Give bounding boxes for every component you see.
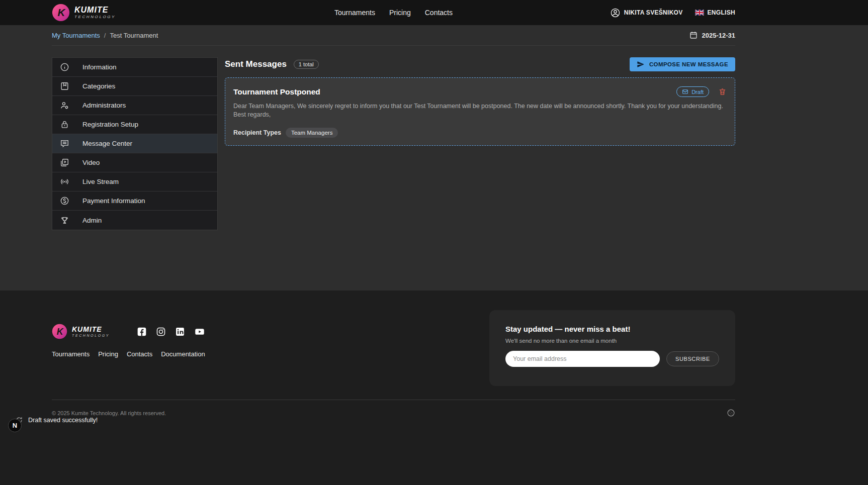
kumite-logo-icon: K bbox=[52, 4, 70, 22]
sidebar-item-label: Message Center bbox=[82, 140, 132, 147]
footer-divider bbox=[52, 400, 735, 400]
dev-indicator-badge[interactable]: N bbox=[8, 419, 22, 432]
nav-link-contacts[interactable]: Contacts bbox=[425, 9, 453, 17]
subscribe-button[interactable]: SUBSCRIBE bbox=[666, 351, 719, 366]
administrators-icon bbox=[59, 101, 69, 111]
brand-tagline: TECHNOLOGY bbox=[72, 334, 110, 337]
tournament-sidebar: Information Categories bbox=[52, 57, 218, 230]
toast-message: Draft saved successfully! bbox=[28, 417, 98, 424]
message-body: Dear Team Managers, We sincerely regret … bbox=[233, 102, 727, 119]
social-links bbox=[137, 327, 205, 337]
facebook-icon[interactable] bbox=[137, 327, 147, 337]
sidebar-item-label: Admin bbox=[82, 217, 102, 224]
sidebar-item-label: Live Stream bbox=[82, 178, 119, 185]
nav-link-pricing[interactable]: Pricing bbox=[389, 9, 411, 17]
youtube-icon[interactable] bbox=[194, 327, 205, 337]
footer-link-pricing[interactable]: Pricing bbox=[98, 350, 118, 358]
brand-tagline: TECHNOLOGY bbox=[74, 15, 116, 19]
sidebar-item-label: Video bbox=[82, 159, 100, 166]
instagram-icon[interactable] bbox=[156, 327, 166, 337]
page-footer: K KUMITE TECHNOLOGY bbox=[0, 290, 868, 485]
tournament-date: 2025-12-31 bbox=[702, 32, 736, 39]
sidebar-item-administrators[interactable]: Administrators bbox=[52, 96, 217, 115]
toast-notification: Draft saved successfully! bbox=[15, 416, 98, 424]
categories-icon bbox=[59, 81, 69, 91]
tournament-date-picker[interactable]: 2025-12-31 bbox=[689, 31, 736, 40]
user-avatar-icon bbox=[610, 8, 621, 18]
compose-new-message-button[interactable]: COMPOSE NEW MESSAGE bbox=[630, 57, 735, 71]
sidebar-item-label: Registration Setup bbox=[82, 121, 138, 128]
language-label: ENGLISH bbox=[708, 9, 735, 16]
sidebar-item-label: Categories bbox=[82, 82, 115, 90]
page-title: Sent Messages bbox=[225, 59, 287, 69]
breadcrumb-current: Test Tournament bbox=[110, 32, 158, 39]
sidebar-item-label: Information bbox=[82, 63, 117, 71]
linkedin-icon[interactable] bbox=[175, 327, 185, 337]
draft-message-card[interactable]: Tournament Postponed Draft bbox=[225, 77, 735, 146]
page: K KUMITE TECHNOLOGY Tournaments Pricing … bbox=[0, 0, 868, 485]
kumite-logo-icon: K bbox=[52, 324, 67, 339]
main-nav: Tournaments Pricing Contacts bbox=[334, 9, 453, 17]
breadcrumb-my-tournaments[interactable]: My Tournaments bbox=[52, 32, 100, 39]
video-icon bbox=[59, 158, 69, 168]
nav-link-tournaments[interactable]: Tournaments bbox=[334, 9, 375, 17]
sidebar-item-live-stream[interactable]: Live Stream bbox=[52, 172, 217, 191]
footer-link-contacts[interactable]: Contacts bbox=[127, 350, 152, 358]
total-count-badge: 1 total bbox=[294, 60, 319, 69]
sidebar-item-payment-information[interactable]: Payment Information bbox=[52, 191, 217, 211]
delete-message-button[interactable] bbox=[718, 87, 727, 96]
newsletter-subtitle: We'll send no more than one email a mont… bbox=[505, 338, 719, 344]
sidebar-item-categories[interactable]: Categories bbox=[52, 77, 217, 96]
message-title: Tournament Postponed bbox=[233, 87, 320, 96]
breadcrumb-separator: / bbox=[104, 32, 106, 39]
newsletter-email-input[interactable] bbox=[505, 351, 660, 367]
draft-status-badge: Draft bbox=[676, 86, 709, 97]
info-icon bbox=[59, 62, 69, 72]
footer-link-documentation[interactable]: Documentation bbox=[161, 350, 205, 358]
breadcrumb: My Tournaments / Test Tournament bbox=[52, 32, 158, 39]
footer-brand-logo[interactable]: K KUMITE TECHNOLOGY bbox=[52, 324, 119, 339]
recipient-chip-team-managers: Team Managers bbox=[286, 128, 338, 138]
user-name: NIKITA SVEŠNIKOV bbox=[624, 9, 683, 16]
trophy-icon bbox=[59, 215, 69, 225]
sidebar-item-label: Payment Information bbox=[82, 197, 145, 205]
send-icon bbox=[637, 60, 645, 68]
calendar-icon bbox=[689, 31, 698, 40]
footer-nav: Tournaments Pricing Contacts Documentati… bbox=[52, 350, 205, 358]
svg-text:K: K bbox=[57, 7, 66, 18]
compose-button-label: COMPOSE NEW MESSAGE bbox=[649, 61, 728, 67]
svg-text:K: K bbox=[57, 327, 64, 337]
message-center-panel: Sent Messages 1 total COMPOSE NEW MESSAG… bbox=[225, 57, 735, 290]
envelope-icon bbox=[682, 88, 688, 95]
lock-icon bbox=[59, 120, 69, 130]
copyright-text: © 2025 Kumite Technology. All rights res… bbox=[52, 410, 166, 416]
draft-badge-label: Draft bbox=[691, 89, 704, 95]
sidebar-item-message-center[interactable]: Message Center bbox=[52, 134, 217, 153]
main-content: Information Categories bbox=[52, 46, 735, 290]
payment-icon bbox=[59, 196, 69, 206]
recipient-types-label: Recipient Types bbox=[233, 129, 281, 136]
breadcrumb-bar: My Tournaments / Test Tournament 2025-12… bbox=[52, 25, 735, 46]
sidebar-item-information[interactable]: Information bbox=[52, 58, 217, 77]
cookie-settings-icon[interactable] bbox=[727, 409, 735, 417]
brand-name: KUMITE bbox=[74, 6, 116, 14]
message-icon bbox=[59, 139, 69, 149]
language-selector[interactable]: ENGLISH bbox=[695, 9, 735, 16]
footer-link-tournaments[interactable]: Tournaments bbox=[52, 350, 90, 358]
trash-icon bbox=[718, 87, 727, 96]
top-navbar: K KUMITE TECHNOLOGY Tournaments Pricing … bbox=[0, 0, 868, 25]
newsletter-title: Stay updated — never miss a beat! bbox=[505, 325, 719, 333]
sidebar-item-admin[interactable]: Admin bbox=[52, 211, 217, 230]
sidebar-item-video[interactable]: Video bbox=[52, 153, 217, 172]
sidebar-item-registration-setup[interactable]: Registration Setup bbox=[52, 115, 217, 134]
brand-name: KUMITE bbox=[72, 326, 110, 333]
uk-flag-icon bbox=[695, 10, 704, 16]
sidebar-item-label: Administrators bbox=[82, 102, 126, 109]
live-stream-icon bbox=[59, 177, 69, 187]
newsletter-card: Stay updated — never miss a beat! We'll … bbox=[489, 310, 735, 386]
user-menu[interactable]: NIKITA SVEŠNIKOV bbox=[610, 8, 683, 18]
brand-logo[interactable]: K KUMITE TECHNOLOGY bbox=[52, 4, 334, 22]
